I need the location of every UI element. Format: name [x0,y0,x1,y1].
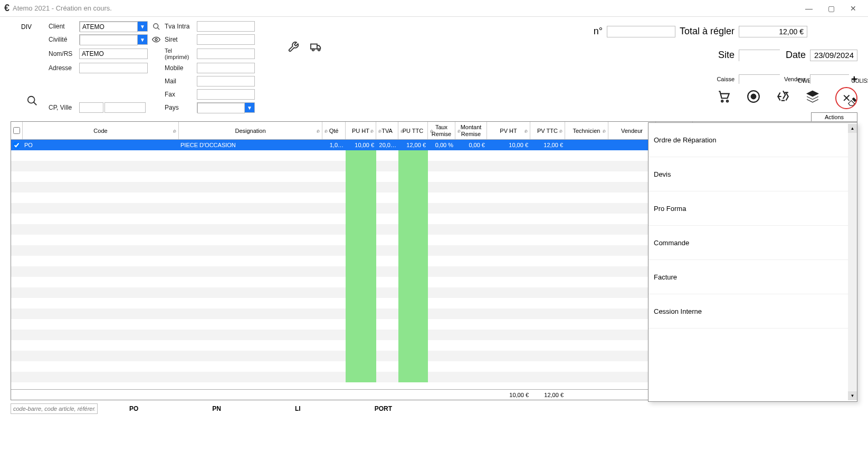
maximize-button[interactable]: ▢ [825,2,837,15]
siret-input[interactable] [197,34,255,45]
bottom-bar: PO PN LI PORT [0,400,868,417]
action-item-3[interactable]: Commande [648,226,857,260]
footer-pvht: 10,00 € [487,390,530,400]
cell-pvht: 10,00 € [487,140,530,150]
close-button[interactable]: ✕ [835,87,857,109]
cell-montr: 0,00 € [455,140,487,150]
header-montremise[interactable]: ⌕Montant Remise [455,122,487,139]
minimize-button[interactable]: — [803,2,815,15]
action-item-4[interactable]: Facture [648,260,857,294]
header-puht[interactable]: PU HT⌕ [346,122,376,139]
civilite-dropdown-arrow[interactable]: ▼ [138,35,147,44]
cell-designation: PIECE D'OCCASION [179,140,322,150]
client-combo[interactable]: ▼ [79,21,148,32]
layers-icon[interactable] [806,90,819,107]
vendeur-input[interactable] [810,75,868,86]
action-item-2[interactable]: Pro Forma [648,191,857,226]
cell-puht: 10,00 € [346,140,376,150]
svg-line-8 [34,102,37,105]
caisse-input[interactable] [739,75,818,86]
search-icon[interactable] [151,23,161,31]
plus-icon[interactable]: + [851,73,857,85]
action-item-0[interactable]: Ordre de Réparation [648,123,857,157]
num-input[interactable] [607,26,675,37]
client-dropdown-arrow[interactable]: ▼ [138,22,147,31]
bottom-li[interactable]: LI [295,405,301,412]
cell-code: PO [23,140,179,150]
cp-input[interactable] [79,102,103,113]
cell-pvttc: 12,00 € [530,140,565,150]
svg-point-0 [153,23,158,28]
header-checkbox[interactable] [11,122,23,139]
bottom-pn[interactable]: PN [212,405,221,412]
action-icons-row: ✕ [717,87,857,109]
wrench-icon[interactable] [288,41,299,113]
nomrs-label: Nom/RS [49,50,76,57]
header-pvttc[interactable]: PV TTC⌕ [530,122,565,139]
bottom-po[interactable]: PO [129,405,138,412]
tva-input[interactable] [197,21,255,32]
nomrs-input[interactable] [79,49,148,59]
row-checkbox[interactable] [13,142,20,149]
close-window-button[interactable]: ✕ [847,2,860,15]
mail-input[interactable] [197,76,255,86]
vendeur-combo[interactable]: ▼ [810,74,849,84]
header-technicien[interactable]: Technicien⌕ [565,122,608,139]
client-input[interactable] [80,22,138,32]
header-qte[interactable]: ⌕Qté [322,122,346,139]
pays-dropdown-arrow[interactable]: ▼ [245,103,254,112]
fax-input[interactable] [197,89,255,100]
div-label: DIV [21,23,32,31]
actions-scrollbar[interactable]: ▲ ▼ [848,124,857,400]
actions-header[interactable]: Actions [811,112,857,122]
record-icon[interactable] [747,90,760,107]
header-pvht[interactable]: PV HT⌕ [487,122,530,139]
civilite-combo[interactable]: ▼ [79,34,148,45]
tel-input[interactable] [197,49,255,59]
cell-tauxr: 0,00 % [428,140,455,150]
mobile-label: Mobile [165,64,194,72]
window-title: Atemo 2021 - Création en cours. [13,4,112,12]
fax-label: Fax [165,91,194,98]
tva-label: Tva Intra [165,23,194,30]
recycle-icon[interactable] [776,90,790,107]
num-label: n° [594,26,603,37]
date-input[interactable] [810,50,857,61]
header-designation[interactable]: Designation⌕ [179,122,322,139]
adresse-input[interactable] [79,63,148,73]
header-tauxremise[interactable]: ⌕Taux Remise [428,122,455,139]
app-icon: € [4,3,9,14]
titlebar: € Atemo 2021 - Création en cours. — ▢ ✕ [0,0,868,17]
pays-label: Pays [165,104,194,111]
mobile-input[interactable] [197,63,255,73]
client-label: Client [49,23,76,30]
cart-icon[interactable] [717,90,731,107]
svg-point-12 [751,94,756,99]
header-tva[interactable]: ⌕TVA [376,122,398,139]
main-search-icon[interactable] [26,95,38,110]
cell-tva: 20,0… [376,140,398,150]
pays-combo[interactable]: ▼ [197,102,255,113]
truck-icon[interactable] [310,41,322,113]
bottom-port[interactable]: PORT [375,405,392,412]
site-combo[interactable]: ▼ [739,50,780,61]
caisse-combo[interactable]: ▼ [739,74,780,84]
date-label: Date [784,50,806,61]
eye-icon[interactable] [151,36,161,43]
pays-input[interactable] [197,103,245,113]
civilite-input[interactable] [80,35,138,45]
header-code[interactable]: Code⌕ [23,122,179,139]
ville-input[interactable] [104,102,146,113]
svg-point-4 [312,49,314,51]
action-item-1[interactable]: Devis [648,157,857,191]
tel-label: Tel (imprimé) [165,47,194,60]
action-item-5[interactable]: Cession Interne [648,294,857,329]
cpville-label: CP, Ville [49,104,76,111]
scroll-up-arrow[interactable]: ▲ [848,124,857,133]
svg-point-10 [727,100,728,102]
header-puttc[interactable]: ⌕PU TTC [398,122,428,139]
scroll-down-arrow[interactable]: ▼ [848,391,857,400]
svg-rect-3 [311,44,317,49]
barcode-search-input[interactable] [11,403,98,414]
svg-point-5 [318,49,320,51]
